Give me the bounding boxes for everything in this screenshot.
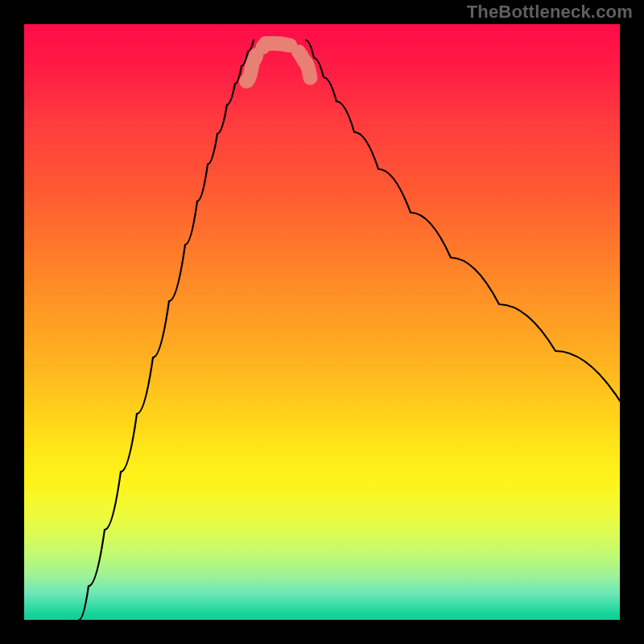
plot-area xyxy=(24,24,620,620)
watermark-text: TheBottleneck.com xyxy=(467,2,633,23)
chart-frame: TheBottleneck.com xyxy=(0,0,644,644)
left-branch-line xyxy=(79,40,254,620)
valley-overlay-line xyxy=(246,43,311,81)
right-branch-line xyxy=(306,40,620,401)
curve-svg xyxy=(24,24,620,620)
